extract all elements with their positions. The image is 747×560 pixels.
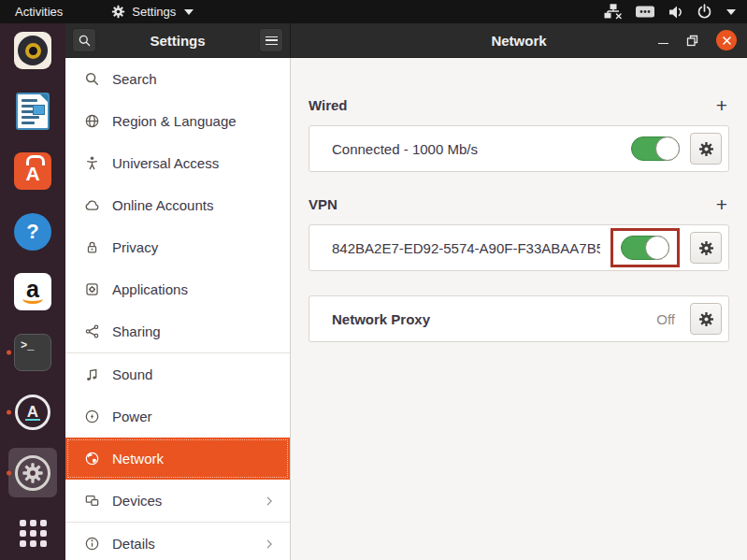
settings-window: Settings Network: [65, 23, 747, 560]
running-indicator: [7, 470, 11, 475]
sidebar-item-applications[interactable]: Applications: [65, 268, 290, 310]
gear-icon: [698, 141, 714, 157]
minimize-button[interactable]: [658, 36, 668, 44]
wired-connection-label: Connected - 1000 Mb/s: [332, 141, 621, 157]
chevron-right-icon: [263, 495, 276, 508]
dock: A ? a >_ A: [0, 23, 65, 560]
gear-icon: [698, 311, 714, 327]
settings-gear-icon: [111, 5, 125, 19]
sidebar-item-label: Privacy: [112, 239, 158, 255]
dock-item-help[interactable]: ?: [0, 211, 65, 252]
keyboard-icon[interactable]: [635, 5, 655, 19]
power-bolt-icon: [84, 409, 100, 424]
toggle-knob: [645, 236, 669, 260]
sidebar-item-online-accounts[interactable]: Online Accounts: [65, 184, 290, 226]
volume-icon[interactable]: [668, 5, 684, 20]
info-icon: [84, 536, 100, 552]
terminal-glyph: >_: [21, 339, 34, 352]
dock-item-libreoffice-writer[interactable]: [0, 91, 65, 132]
wired-row: Connected - 1000 Mb/s: [309, 126, 728, 171]
maximize-button[interactable]: [686, 35, 698, 47]
vpn-settings-button[interactable]: [690, 232, 722, 264]
dock-item-amazon[interactable]: a: [0, 271, 65, 312]
menu-button[interactable]: [259, 28, 283, 52]
toggle-knob: [655, 136, 680, 161]
network-proxy-card: Network Proxy Off: [309, 295, 729, 342]
hamburger-icon: [266, 36, 278, 45]
dock-item-settings[interactable]: [0, 452, 65, 494]
sidebar-headerbar: Settings: [65, 23, 291, 58]
network-proxy-row: Network Proxy Off: [309, 296, 728, 341]
sidebar-item-label: Applications: [112, 281, 188, 297]
share-icon: [84, 323, 100, 339]
proxy-status-value: Off: [656, 311, 675, 327]
sidebar-item-label: Network: [112, 451, 164, 467]
sidebar-item-label: Sharing: [112, 323, 161, 339]
help-icon: ?: [14, 213, 51, 251]
dock-item-show-applications[interactable]: [0, 512, 65, 553]
main-headerbar: Network: [291, 23, 747, 58]
sidebar-title: Settings: [150, 33, 205, 49]
activities-button[interactable]: Activities: [11, 5, 66, 19]
sidebar-item-search[interactable]: Search: [65, 58, 290, 100]
power-icon[interactable]: [697, 4, 712, 20]
software-glyph: A: [25, 163, 39, 185]
sidebar-item-region-language[interactable]: Region & Language: [65, 100, 290, 142]
sidebar-item-power[interactable]: Power: [65, 395, 290, 438]
wired-toggle[interactable]: [631, 136, 680, 161]
sidebar-item-sound[interactable]: Sound: [65, 353, 290, 395]
chevron-down-icon: [184, 9, 194, 15]
sidebar-item-label: Sound: [112, 366, 152, 382]
wired-card: Connected - 1000 Mb/s: [309, 125, 729, 172]
chevron-down-icon[interactable]: [726, 9, 736, 15]
amazon-glyph: a: [26, 278, 39, 301]
search-button[interactable]: [72, 28, 96, 52]
vpn-row: 842BA2E7-ED92-5574-A90F-F33ABAA7B52…: [309, 225, 728, 270]
dock-item-app-a[interactable]: A: [0, 392, 65, 433]
sidebar-item-details[interactable]: Details: [65, 523, 290, 560]
document-app-icon: [16, 93, 50, 130]
sidebar-item-label: Online Accounts: [112, 197, 213, 213]
app-menu[interactable]: Settings: [111, 5, 194, 19]
sidebar-item-label: Power: [112, 409, 152, 424]
dock-item-ubuntu-software[interactable]: A: [0, 151, 65, 192]
close-button[interactable]: [716, 30, 737, 50]
chevron-right-icon: [263, 538, 276, 551]
app-a-icon: A: [15, 395, 50, 430]
sidebar-item-sharing[interactable]: Sharing: [65, 310, 290, 352]
globe-icon: [84, 113, 100, 129]
running-indicator: [7, 350, 11, 354]
sidebar-item-label: Region & Language: [112, 113, 237, 129]
search-icon: [84, 71, 100, 87]
gear-icon: [698, 240, 714, 256]
wired-section: Wired + Connected - 1000 Mb/s: [309, 97, 729, 172]
network-globe-icon: [84, 451, 100, 467]
music-note-icon: [84, 366, 100, 382]
speaker-app-icon: [14, 32, 51, 69]
vpn-toggle[interactable]: [621, 236, 669, 260]
sidebar-item-label: Universal Access: [112, 155, 219, 171]
lock-icon: [84, 239, 100, 255]
network-proxy-label: Network Proxy: [332, 311, 646, 327]
add-wired-connection-button[interactable]: +: [714, 99, 729, 112]
software-store-icon: A: [14, 152, 51, 190]
sidebar-item-label: Search: [112, 71, 157, 87]
dock-item-speaker[interactable]: [0, 30, 65, 71]
network-panel: Wired + Connected - 1000 Mb/s: [291, 58, 747, 560]
help-glyph: ?: [26, 220, 38, 244]
sidebar-item-network[interactable]: Network: [65, 438, 290, 480]
amazon-icon: a: [14, 273, 51, 310]
sidebar-item-universal-access[interactable]: Universal Access: [65, 142, 290, 184]
app-menu-label: Settings: [132, 5, 176, 19]
network-offline-icon[interactable]: [604, 4, 623, 20]
add-vpn-button[interactable]: +: [714, 198, 729, 211]
vpn-connection-label: 842BA2E7-ED92-5574-A90F-F33ABAA7B52…: [332, 240, 600, 256]
cloud-icon: [84, 197, 100, 213]
proxy-settings-button[interactable]: [690, 303, 722, 335]
sidebar-item-devices[interactable]: Devices: [65, 480, 290, 522]
sidebar-item-privacy[interactable]: Privacy: [65, 226, 290, 268]
show-applications-icon: [20, 520, 47, 547]
dock-item-terminal[interactable]: >_: [0, 332, 65, 373]
top-bar: Activities Settings: [0, 0, 747, 23]
wired-settings-button[interactable]: [690, 133, 722, 165]
